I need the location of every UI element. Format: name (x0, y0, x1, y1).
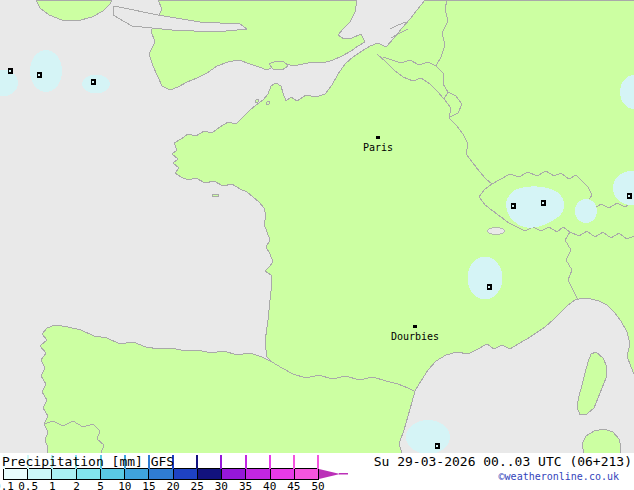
precip-symbol-icon (8, 68, 13, 74)
bar-segment (246, 469, 269, 479)
precip-patch (30, 50, 62, 92)
precip-symbol-icon (435, 443, 440, 449)
scale-label: 0.5 (18, 480, 38, 490)
bar-segment (149, 469, 172, 479)
scale-label: 25 (191, 480, 204, 490)
precip-symbol-icon (541, 200, 546, 206)
precipitation-map: ParisDourbies (0, 0, 634, 453)
bar-segment (198, 469, 221, 479)
precip-patch (406, 420, 450, 453)
forecast-datetime: Su 29-03-2026 00..03 UTC (06+213) (374, 454, 632, 469)
channel-island (267, 102, 270, 105)
legend-tick (269, 455, 271, 469)
channel-island (256, 100, 259, 103)
bar-segment (28, 469, 51, 479)
precip-symbol-icon (511, 203, 516, 209)
city-marker (376, 136, 380, 139)
bar-segment (174, 469, 197, 479)
colorbar-arrow-icon (319, 468, 349, 480)
bar-segment (271, 469, 294, 479)
belle-ile (212, 194, 218, 197)
bar-segment (4, 469, 27, 479)
legend-tick (245, 455, 247, 469)
precip-symbol-icon (627, 193, 632, 199)
weather-map-screen: ParisDourbies Precipitation [mm] GFS 0.1… (0, 0, 634, 490)
scale-label: 20 (166, 480, 179, 490)
scale-label: 5 (97, 480, 104, 490)
legend-tick (293, 455, 295, 469)
scale-label: 15 (142, 480, 155, 490)
city-label: Dourbies (391, 331, 439, 342)
legend-tick (196, 455, 198, 469)
bar-segment (295, 469, 318, 479)
bar-segment (52, 469, 75, 479)
bar-segment (125, 469, 148, 479)
scale-label: 45 (287, 480, 300, 490)
precip-color-bar (3, 468, 319, 480)
precip-patch (82, 75, 110, 94)
scale-label: 40 (263, 480, 276, 490)
scale-label: 50 (311, 480, 324, 490)
lake-geneva (487, 228, 505, 235)
legend-title: Precipitation [mm] GFS (2, 454, 174, 469)
scale-label: 30 (215, 480, 228, 490)
scale-label: 10 (118, 480, 131, 490)
copyright-text: ©weatheronline.co.uk (499, 471, 619, 482)
bar-segment (222, 469, 245, 479)
bar-segment (101, 469, 124, 479)
legend-tick (317, 455, 319, 469)
scale-label: 2 (73, 480, 80, 490)
precip-patch (468, 257, 503, 300)
precip-patch (575, 199, 597, 223)
scale-label: 1 (49, 480, 56, 490)
precip-symbol-icon (91, 79, 96, 85)
city-label: Paris (363, 142, 393, 153)
scale-label: 35 (239, 480, 252, 490)
precip-symbol-icon (487, 284, 492, 290)
scale-label: 0.1 (0, 480, 14, 490)
bar-segment (77, 469, 100, 479)
precip-symbol-icon (37, 72, 42, 78)
legend-strip: Precipitation [mm] GFS 0.10.512510152025… (0, 453, 634, 490)
map-svg (0, 0, 634, 453)
city-marker (413, 325, 417, 328)
legend-tick (220, 455, 222, 469)
